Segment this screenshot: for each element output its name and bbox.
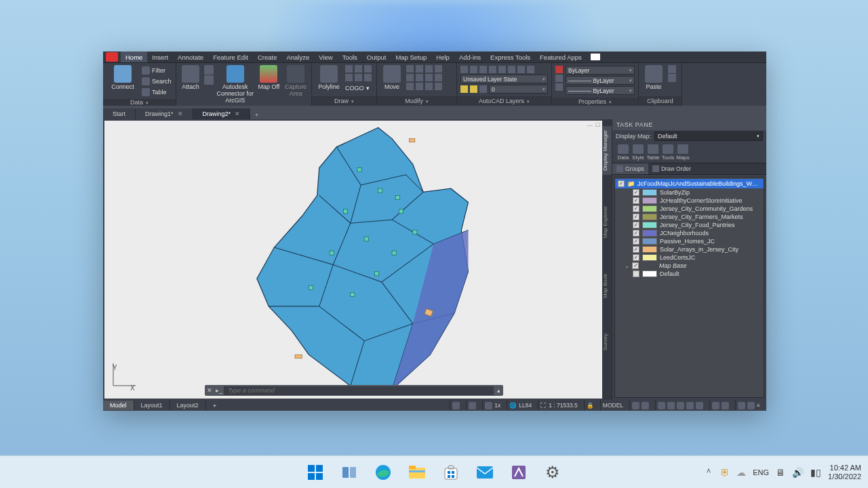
layer-item[interactable]: ✓SolarByZip bbox=[615, 188, 764, 197]
start-tab[interactable]: Start bbox=[103, 108, 136, 119]
layer-checkbox[interactable]: ✓ bbox=[633, 189, 639, 196]
tray-lang[interactable]: ENG bbox=[753, 468, 769, 476]
draw-tool-icon[interactable] bbox=[345, 65, 353, 73]
layer-group[interactable]: ✓ 📁 JcFoodMapJcAndSustainableBuildings_W… bbox=[615, 179, 764, 188]
layer-checkbox[interactable]: ✓ bbox=[633, 254, 639, 261]
modify-tool-icon[interactable] bbox=[425, 65, 433, 73]
menu-feature-edit[interactable]: Feature Edit bbox=[208, 52, 253, 62]
layer-checkbox[interactable]: ✓ bbox=[633, 238, 639, 245]
layer-checkbox[interactable]: ✓ bbox=[633, 230, 639, 237]
modify-tool-icon[interactable] bbox=[416, 65, 423, 73]
menu-analyze[interactable]: Analyze bbox=[281, 52, 314, 62]
move-button[interactable]: Move bbox=[380, 65, 403, 91]
tp-tool-style[interactable]: Style bbox=[631, 144, 645, 161]
layer-item[interactable]: ✓Passive_Homes_JC bbox=[615, 237, 764, 245]
status-model[interactable]: MODEL bbox=[603, 402, 623, 409]
draw-tool-icon[interactable] bbox=[355, 65, 362, 73]
cmd-expand-icon[interactable]: ▴ bbox=[494, 387, 503, 394]
menu-map-setup[interactable]: Map Setup bbox=[391, 52, 431, 62]
paste-button[interactable]: Paste bbox=[642, 65, 665, 91]
new-tab-button[interactable]: ＋ bbox=[250, 110, 262, 119]
capture-area-button[interactable]: Capture Area bbox=[283, 65, 308, 98]
app-icon[interactable] bbox=[505, 459, 532, 486]
lock-icon[interactable]: 🔒 bbox=[587, 402, 594, 409]
layer-lock-icon[interactable] bbox=[470, 85, 477, 93]
attach-button[interactable]: Attach bbox=[180, 65, 201, 91]
layer-item[interactable]: ✓Jersey_City_Community_Gardens bbox=[615, 205, 764, 213]
group-checkbox[interactable]: ✓ bbox=[618, 180, 625, 187]
layout-tab-layout1[interactable]: Layout1 bbox=[134, 401, 170, 410]
taskview-icon[interactable] bbox=[336, 459, 363, 486]
layer-tool-icon[interactable] bbox=[470, 66, 477, 73]
file-tab[interactable]: Drawing2*✕ bbox=[193, 108, 251, 119]
table-button[interactable]: Table bbox=[142, 87, 172, 97]
custom-icon[interactable] bbox=[747, 402, 755, 409]
draw-tool-icon[interactable] bbox=[345, 74, 353, 81]
menu-view[interactable]: View bbox=[314, 52, 337, 62]
drawing-canvas[interactable]: —☐✕ bbox=[104, 121, 610, 399]
menu-help[interactable]: Help bbox=[431, 52, 454, 62]
connect-button[interactable]: Connect bbox=[106, 65, 139, 91]
modify-tool-icon[interactable] bbox=[435, 65, 442, 73]
arcgis-connector-button[interactable]: Autodesk Connector for ArcGIS bbox=[216, 65, 254, 104]
groups-tab[interactable]: Groups bbox=[612, 163, 648, 174]
menu-home[interactable]: Home bbox=[121, 52, 147, 62]
modify-tool-icon[interactable] bbox=[406, 83, 414, 90]
menu-output[interactable]: Output bbox=[362, 52, 391, 62]
start-button[interactable] bbox=[302, 459, 329, 486]
status-icon[interactable] bbox=[452, 402, 460, 409]
tray-network-icon[interactable]: 🖥 bbox=[776, 467, 785, 478]
help-dropdown-icon[interactable] bbox=[591, 54, 600, 60]
status-icon[interactable] bbox=[469, 402, 476, 409]
layer-tool-icon[interactable] bbox=[517, 66, 525, 73]
ortho-icon[interactable] bbox=[667, 402, 675, 409]
layer-checkbox[interactable]: ✓ bbox=[633, 197, 639, 204]
weight-icon[interactable] bbox=[555, 83, 563, 91]
add-layout-button[interactable]: ＋ bbox=[206, 400, 223, 411]
modify-tool-icon[interactable] bbox=[435, 83, 442, 90]
layer-item[interactable]: ✓Jersey_City_Food_Pantries bbox=[615, 221, 764, 229]
mapbase-checkbox[interactable]: ✓ bbox=[632, 262, 639, 269]
tp-tool-data[interactable]: Data bbox=[616, 144, 630, 161]
menu-tools[interactable]: Tools bbox=[338, 52, 362, 62]
tp-tool-tools[interactable]: Tools bbox=[661, 144, 675, 161]
map-base-item[interactable]: ⌄ ✓ Map Base bbox=[615, 262, 764, 270]
sidebar-map-book[interactable]: Map Book bbox=[602, 270, 612, 302]
layout-tab-model[interactable]: Model bbox=[103, 401, 134, 410]
cmd-close-icon[interactable]: ✕ bbox=[205, 387, 214, 394]
draw-order-tab[interactable]: Draw Order bbox=[648, 163, 695, 174]
filter-button[interactable]: Filter bbox=[142, 65, 172, 75]
tray-clock[interactable]: 10:42 AM1/30/2022 bbox=[828, 464, 861, 480]
attach-aux-icon[interactable] bbox=[204, 65, 214, 75]
modify-tool-icon[interactable] bbox=[416, 74, 423, 81]
menu-add-ins[interactable]: Add-ins bbox=[454, 52, 486, 62]
tray-security-icon[interactable]: ⛨ bbox=[720, 467, 730, 478]
layer-item[interactable]: ✓JCNeighborhoods bbox=[615, 229, 764, 237]
map-off-button[interactable]: Map Off bbox=[257, 65, 281, 91]
menu-annotate[interactable]: Annotate bbox=[173, 52, 208, 62]
iso-icon[interactable] bbox=[686, 402, 694, 409]
layer-tool-icon[interactable] bbox=[498, 66, 506, 73]
default-checkbox[interactable] bbox=[633, 270, 639, 277]
menu-express-tools[interactable]: Express Tools bbox=[486, 52, 535, 62]
layer-item[interactable]: ✓JcHealthyCornerStoreInitiative bbox=[615, 197, 764, 205]
layer-tool-icon[interactable] bbox=[508, 66, 515, 73]
grid2-icon[interactable] bbox=[642, 402, 649, 409]
explorer-icon[interactable] bbox=[403, 459, 431, 486]
color-icon[interactable] bbox=[555, 66, 563, 73]
cut-icon[interactable] bbox=[668, 74, 676, 82]
default-layer-item[interactable]: Default bbox=[615, 270, 764, 278]
store-icon[interactable] bbox=[437, 459, 465, 486]
sidebar-map-explorer[interactable]: Map Explorer bbox=[602, 202, 612, 243]
layer-state-combo[interactable]: Unsaved Layer State bbox=[460, 75, 548, 83]
settings-icon[interactable]: ⚙ bbox=[539, 459, 566, 486]
lineweight-combo[interactable]: ———— ByLayer bbox=[566, 86, 635, 95]
modify-tool-icon[interactable] bbox=[406, 65, 414, 73]
layer-item[interactable]: ✓Solar_Arrays_in_Jersey_City bbox=[615, 245, 764, 253]
sidebar-survey[interactable]: Survey bbox=[602, 329, 612, 354]
globe-icon[interactable]: 🌐 bbox=[509, 402, 517, 409]
draw-tool-icon[interactable] bbox=[355, 74, 362, 81]
draw-tool-icon[interactable] bbox=[364, 65, 372, 73]
file-tab[interactable]: Drawing1*✕ bbox=[136, 108, 193, 119]
modify-tool-icon[interactable] bbox=[435, 74, 442, 81]
